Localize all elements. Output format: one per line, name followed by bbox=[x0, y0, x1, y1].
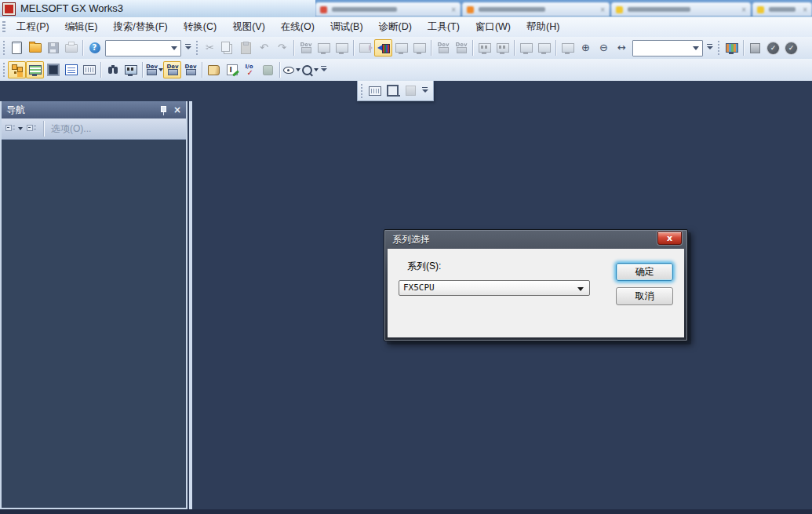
monitor-search-button[interactable] bbox=[410, 39, 428, 57]
tree-display-button[interactable] bbox=[5, 120, 23, 137]
statement-display-icon bbox=[369, 86, 381, 96]
redo-button[interactable]: ↷ bbox=[273, 39, 291, 57]
zoom-in-button[interactable]: ⊕ bbox=[577, 39, 595, 57]
zoom-search-button[interactable] bbox=[300, 61, 319, 78]
options-button[interactable]: 选项(O)... bbox=[46, 122, 96, 136]
statement-edit-button[interactable] bbox=[223, 61, 241, 78]
series-selection-dialog: 系列选择 x 系列(S): FX5CPU 确定 取消 bbox=[384, 229, 688, 341]
toolbar-overflow-2[interactable] bbox=[705, 39, 715, 57]
monitor-stop-button[interactable] bbox=[535, 39, 553, 57]
monitor-mode-button[interactable] bbox=[559, 39, 577, 57]
browser-tab[interactable]: × bbox=[315, 2, 461, 16]
window-edit-1-button[interactable] bbox=[475, 39, 493, 57]
statement-display-button[interactable] bbox=[366, 82, 384, 100]
quick-find-combo[interactable] bbox=[105, 40, 181, 57]
stop-button[interactable] bbox=[746, 39, 764, 57]
remote-operation-button[interactable] bbox=[333, 39, 351, 57]
device-list-icon bbox=[184, 64, 197, 76]
online-data-operation-button[interactable] bbox=[356, 39, 374, 57]
tab-favicon-icon bbox=[320, 6, 327, 13]
monitor-start-button[interactable] bbox=[517, 39, 535, 57]
menu-item-1[interactable]: 工程(P) bbox=[9, 17, 57, 37]
close-icon[interactable]: × bbox=[173, 105, 181, 115]
help-button[interactable]: ? bbox=[86, 39, 104, 57]
zoom-out-button[interactable]: ⊖ bbox=[595, 39, 613, 57]
dialog-close-button[interactable]: x bbox=[657, 231, 682, 245]
device-display-button[interactable] bbox=[282, 61, 300, 78]
ok-button[interactable]: 确定 bbox=[616, 263, 673, 281]
menu-item-8[interactable]: 诊断(D) bbox=[371, 17, 420, 37]
smart-search-button[interactable] bbox=[259, 61, 277, 78]
menu-item-3[interactable]: 搜索/替换(F) bbox=[105, 17, 175, 37]
toolbar-overflow-1[interactable] bbox=[183, 39, 193, 57]
device-find-button[interactable] bbox=[145, 61, 163, 78]
paste-button[interactable] bbox=[237, 39, 255, 57]
menu-item-11[interactable]: 帮助(H) bbox=[519, 17, 567, 37]
copy-icon bbox=[221, 42, 230, 52]
module-configuration-button[interactable] bbox=[44, 61, 62, 78]
zoom-out-icon: ⊖ bbox=[598, 42, 610, 54]
device-test-button[interactable] bbox=[452, 39, 470, 57]
save-project-button[interactable] bbox=[44, 39, 62, 57]
panel-splitter[interactable] bbox=[189, 101, 192, 509]
menu-item-5[interactable]: 视图(V) bbox=[224, 17, 273, 37]
toolbar-separator bbox=[743, 40, 744, 56]
tab-close-icon[interactable]: × bbox=[600, 5, 605, 14]
copy-button[interactable] bbox=[219, 39, 237, 57]
browser-tab[interactable]: × bbox=[462, 2, 610, 16]
tab-close-icon[interactable]: × bbox=[803, 5, 807, 14]
bookmark-button[interactable] bbox=[402, 82, 420, 100]
menu-item-7[interactable]: 调试(B) bbox=[322, 17, 371, 37]
tab-close-icon[interactable]: × bbox=[451, 5, 456, 14]
toolbar-separator bbox=[82, 40, 83, 56]
tree-collapse-button[interactable] bbox=[23, 120, 41, 137]
pin-icon[interactable] bbox=[159, 105, 167, 115]
write-to-plc-button[interactable] bbox=[374, 39, 392, 57]
cut-button[interactable]: ✂ bbox=[201, 39, 219, 57]
fb-selection-button[interactable] bbox=[80, 61, 98, 78]
print-button[interactable] bbox=[62, 39, 80, 57]
intelligent-function-button[interactable] bbox=[723, 39, 741, 57]
element-selection-window-button[interactable] bbox=[26, 61, 44, 78]
check-parameter-button[interactable]: ✓ bbox=[782, 39, 800, 57]
cancel-button[interactable]: 取消 bbox=[616, 287, 673, 305]
jump-setting-button[interactable] bbox=[384, 82, 402, 100]
check-program-button[interactable]: ✓ bbox=[764, 39, 782, 57]
device-write-button[interactable] bbox=[297, 39, 315, 57]
tab-close-icon[interactable]: × bbox=[741, 5, 746, 14]
open-project-button[interactable] bbox=[26, 39, 44, 57]
toolbar-overflow-4[interactable] bbox=[420, 82, 430, 100]
find-button[interactable] bbox=[104, 61, 122, 78]
zoom-level-combo[interactable] bbox=[632, 40, 703, 57]
toolbar-overflow-3[interactable] bbox=[319, 61, 329, 78]
navigation-window-button[interactable] bbox=[8, 61, 26, 78]
application-window: MELSOFT GX Works3 ×××× 工程(P)编辑(E)搜索/替换(F… bbox=[0, 0, 812, 514]
device-monitor-button[interactable] bbox=[434, 39, 452, 57]
new-project-icon bbox=[12, 42, 22, 54]
window-edit-2-button[interactable] bbox=[493, 39, 512, 57]
find-in-window-button[interactable] bbox=[122, 61, 140, 78]
menu-item-2[interactable]: 编辑(E) bbox=[57, 17, 106, 37]
toolbar-separator bbox=[142, 62, 143, 78]
device-list-button[interactable] bbox=[181, 61, 199, 78]
menu-item-4[interactable]: 转换(C) bbox=[176, 17, 224, 37]
io-check-button[interactable] bbox=[241, 61, 259, 78]
series-combobox[interactable]: FX5CPU bbox=[399, 280, 590, 296]
window-edit-2-icon bbox=[497, 43, 509, 53]
menu-item-10[interactable]: 窗口(W) bbox=[468, 17, 519, 37]
browser-tab[interactable]: × bbox=[611, 2, 751, 16]
verify-with-plc-button[interactable] bbox=[315, 39, 333, 57]
watch-window-button[interactable] bbox=[205, 61, 223, 78]
browser-tab[interactable]: × bbox=[752, 2, 812, 16]
dialog-body: 系列(S): FX5CPU 确定 取消 bbox=[388, 249, 684, 337]
program-editor-button[interactable] bbox=[62, 61, 80, 78]
cross-reference-button[interactable] bbox=[163, 61, 181, 78]
new-project-button[interactable] bbox=[8, 39, 26, 57]
menu-item-9[interactable]: 工具(T) bbox=[420, 17, 468, 37]
read-from-plc-button[interactable] bbox=[392, 39, 410, 57]
check-program-icon: ✓ bbox=[767, 42, 779, 54]
menu-item-6[interactable]: 在线(O) bbox=[273, 17, 322, 37]
fit-width-button[interactable]: ↔ bbox=[613, 39, 631, 57]
toolbar-separator bbox=[353, 40, 354, 56]
undo-button[interactable]: ↶ bbox=[255, 39, 273, 57]
